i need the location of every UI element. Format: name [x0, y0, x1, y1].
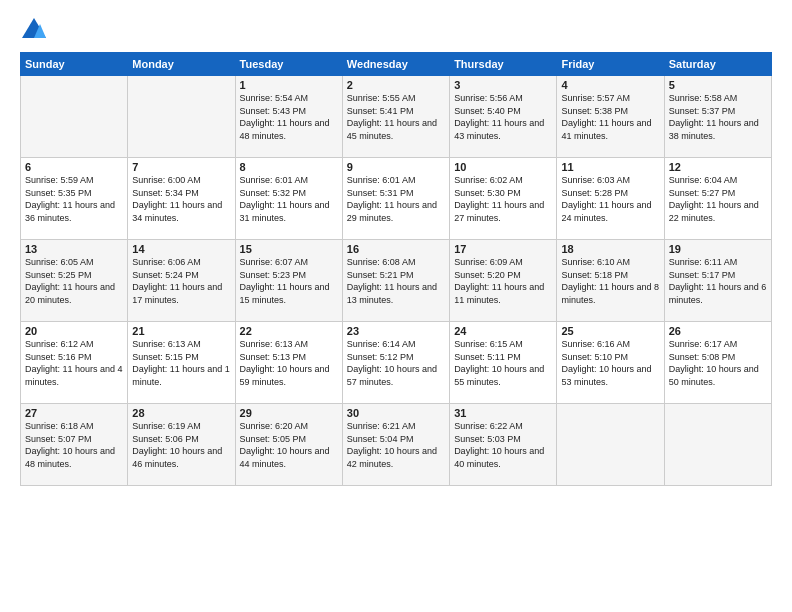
day-detail: Sunrise: 6:15 AM Sunset: 5:11 PM Dayligh…: [454, 338, 552, 388]
day-number: 18: [561, 243, 659, 255]
day-number: 17: [454, 243, 552, 255]
calendar-cell: [664, 404, 771, 486]
day-number: 8: [240, 161, 338, 173]
calendar-cell: 31Sunrise: 6:22 AM Sunset: 5:03 PM Dayli…: [450, 404, 557, 486]
calendar-cell: 25Sunrise: 6:16 AM Sunset: 5:10 PM Dayli…: [557, 322, 664, 404]
day-detail: Sunrise: 6:13 AM Sunset: 5:15 PM Dayligh…: [132, 338, 230, 388]
page: SundayMondayTuesdayWednesdayThursdayFrid…: [0, 0, 792, 612]
calendar-week-row: 1Sunrise: 5:54 AM Sunset: 5:43 PM Daylig…: [21, 76, 772, 158]
calendar-cell: 21Sunrise: 6:13 AM Sunset: 5:15 PM Dayli…: [128, 322, 235, 404]
calendar-header: SundayMondayTuesdayWednesdayThursdayFrid…: [21, 53, 772, 76]
day-detail: Sunrise: 6:06 AM Sunset: 5:24 PM Dayligh…: [132, 256, 230, 306]
calendar-cell: 24Sunrise: 6:15 AM Sunset: 5:11 PM Dayli…: [450, 322, 557, 404]
day-number: 3: [454, 79, 552, 91]
logo-icon: [20, 16, 48, 44]
calendar-cell: 8Sunrise: 6:01 AM Sunset: 5:32 PM Daylig…: [235, 158, 342, 240]
day-detail: Sunrise: 6:01 AM Sunset: 5:32 PM Dayligh…: [240, 174, 338, 224]
day-of-week-header: Thursday: [450, 53, 557, 76]
calendar-cell: 20Sunrise: 6:12 AM Sunset: 5:16 PM Dayli…: [21, 322, 128, 404]
day-of-week-header: Tuesday: [235, 53, 342, 76]
day-detail: Sunrise: 5:56 AM Sunset: 5:40 PM Dayligh…: [454, 92, 552, 142]
calendar-cell: 27Sunrise: 6:18 AM Sunset: 5:07 PM Dayli…: [21, 404, 128, 486]
day-number: 13: [25, 243, 123, 255]
day-number: 31: [454, 407, 552, 419]
day-detail: Sunrise: 6:08 AM Sunset: 5:21 PM Dayligh…: [347, 256, 445, 306]
day-number: 15: [240, 243, 338, 255]
calendar-cell: 3Sunrise: 5:56 AM Sunset: 5:40 PM Daylig…: [450, 76, 557, 158]
day-number: 28: [132, 407, 230, 419]
calendar-cell: 11Sunrise: 6:03 AM Sunset: 5:28 PM Dayli…: [557, 158, 664, 240]
calendar-cell: 10Sunrise: 6:02 AM Sunset: 5:30 PM Dayli…: [450, 158, 557, 240]
day-number: 25: [561, 325, 659, 337]
day-detail: Sunrise: 6:00 AM Sunset: 5:34 PM Dayligh…: [132, 174, 230, 224]
day-of-week-header: Saturday: [664, 53, 771, 76]
day-number: 2: [347, 79, 445, 91]
header: [20, 16, 772, 44]
day-number: 4: [561, 79, 659, 91]
day-number: 20: [25, 325, 123, 337]
day-number: 21: [132, 325, 230, 337]
day-detail: Sunrise: 6:18 AM Sunset: 5:07 PM Dayligh…: [25, 420, 123, 470]
calendar-cell: 9Sunrise: 6:01 AM Sunset: 5:31 PM Daylig…: [342, 158, 449, 240]
day-number: 10: [454, 161, 552, 173]
calendar-cell: 13Sunrise: 6:05 AM Sunset: 5:25 PM Dayli…: [21, 240, 128, 322]
calendar-cell: [557, 404, 664, 486]
day-detail: Sunrise: 6:12 AM Sunset: 5:16 PM Dayligh…: [25, 338, 123, 388]
day-number: 6: [25, 161, 123, 173]
day-of-week-header: Friday: [557, 53, 664, 76]
calendar-cell: [21, 76, 128, 158]
calendar-cell: 1Sunrise: 5:54 AM Sunset: 5:43 PM Daylig…: [235, 76, 342, 158]
calendar-cell: 14Sunrise: 6:06 AM Sunset: 5:24 PM Dayli…: [128, 240, 235, 322]
day-detail: Sunrise: 5:58 AM Sunset: 5:37 PM Dayligh…: [669, 92, 767, 142]
day-detail: Sunrise: 6:13 AM Sunset: 5:13 PM Dayligh…: [240, 338, 338, 388]
day-of-week-header: Sunday: [21, 53, 128, 76]
calendar-cell: 30Sunrise: 6:21 AM Sunset: 5:04 PM Dayli…: [342, 404, 449, 486]
day-detail: Sunrise: 6:09 AM Sunset: 5:20 PM Dayligh…: [454, 256, 552, 306]
day-number: 14: [132, 243, 230, 255]
day-detail: Sunrise: 6:14 AM Sunset: 5:12 PM Dayligh…: [347, 338, 445, 388]
day-detail: Sunrise: 6:19 AM Sunset: 5:06 PM Dayligh…: [132, 420, 230, 470]
day-detail: Sunrise: 6:17 AM Sunset: 5:08 PM Dayligh…: [669, 338, 767, 388]
header-row: SundayMondayTuesdayWednesdayThursdayFrid…: [21, 53, 772, 76]
calendar-cell: 2Sunrise: 5:55 AM Sunset: 5:41 PM Daylig…: [342, 76, 449, 158]
day-number: 11: [561, 161, 659, 173]
calendar-cell: 19Sunrise: 6:11 AM Sunset: 5:17 PM Dayli…: [664, 240, 771, 322]
day-number: 1: [240, 79, 338, 91]
calendar-cell: 7Sunrise: 6:00 AM Sunset: 5:34 PM Daylig…: [128, 158, 235, 240]
day-number: 22: [240, 325, 338, 337]
day-detail: Sunrise: 5:57 AM Sunset: 5:38 PM Dayligh…: [561, 92, 659, 142]
day-detail: Sunrise: 6:05 AM Sunset: 5:25 PM Dayligh…: [25, 256, 123, 306]
calendar-week-row: 27Sunrise: 6:18 AM Sunset: 5:07 PM Dayli…: [21, 404, 772, 486]
day-of-week-header: Wednesday: [342, 53, 449, 76]
day-number: 12: [669, 161, 767, 173]
calendar-cell: 12Sunrise: 6:04 AM Sunset: 5:27 PM Dayli…: [664, 158, 771, 240]
calendar-cell: 29Sunrise: 6:20 AM Sunset: 5:05 PM Dayli…: [235, 404, 342, 486]
day-detail: Sunrise: 6:10 AM Sunset: 5:18 PM Dayligh…: [561, 256, 659, 306]
day-detail: Sunrise: 6:21 AM Sunset: 5:04 PM Dayligh…: [347, 420, 445, 470]
calendar-cell: 23Sunrise: 6:14 AM Sunset: 5:12 PM Dayli…: [342, 322, 449, 404]
day-number: 9: [347, 161, 445, 173]
calendar-week-row: 20Sunrise: 6:12 AM Sunset: 5:16 PM Dayli…: [21, 322, 772, 404]
day-detail: Sunrise: 5:55 AM Sunset: 5:41 PM Dayligh…: [347, 92, 445, 142]
calendar-cell: 16Sunrise: 6:08 AM Sunset: 5:21 PM Dayli…: [342, 240, 449, 322]
calendar-cell: 26Sunrise: 6:17 AM Sunset: 5:08 PM Dayli…: [664, 322, 771, 404]
day-number: 5: [669, 79, 767, 91]
day-number: 16: [347, 243, 445, 255]
day-number: 7: [132, 161, 230, 173]
day-number: 27: [25, 407, 123, 419]
calendar-cell: 5Sunrise: 5:58 AM Sunset: 5:37 PM Daylig…: [664, 76, 771, 158]
calendar-cell: 6Sunrise: 5:59 AM Sunset: 5:35 PM Daylig…: [21, 158, 128, 240]
day-detail: Sunrise: 6:11 AM Sunset: 5:17 PM Dayligh…: [669, 256, 767, 306]
day-number: 19: [669, 243, 767, 255]
day-detail: Sunrise: 6:01 AM Sunset: 5:31 PM Dayligh…: [347, 174, 445, 224]
day-of-week-header: Monday: [128, 53, 235, 76]
calendar-cell: [128, 76, 235, 158]
day-detail: Sunrise: 6:04 AM Sunset: 5:27 PM Dayligh…: [669, 174, 767, 224]
day-number: 23: [347, 325, 445, 337]
day-number: 29: [240, 407, 338, 419]
calendar-week-row: 6Sunrise: 5:59 AM Sunset: 5:35 PM Daylig…: [21, 158, 772, 240]
day-detail: Sunrise: 5:59 AM Sunset: 5:35 PM Dayligh…: [25, 174, 123, 224]
day-detail: Sunrise: 6:07 AM Sunset: 5:23 PM Dayligh…: [240, 256, 338, 306]
calendar-cell: 15Sunrise: 6:07 AM Sunset: 5:23 PM Dayli…: [235, 240, 342, 322]
day-detail: Sunrise: 6:16 AM Sunset: 5:10 PM Dayligh…: [561, 338, 659, 388]
